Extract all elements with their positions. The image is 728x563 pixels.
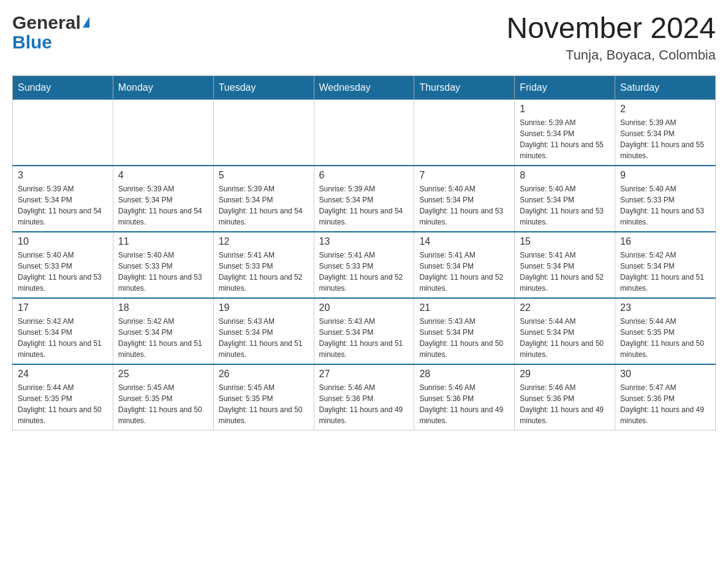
calendar-cell: 5Sunrise: 5:39 AM Sunset: 5:34 PM Daylig… xyxy=(213,166,314,232)
day-number: 1 xyxy=(520,104,610,115)
calendar-cell xyxy=(113,99,213,166)
day-number: 2 xyxy=(620,104,710,115)
day-sun-info: Sunrise: 5:45 AM Sunset: 5:35 PM Dayligh… xyxy=(219,382,309,426)
calendar-cell: 3Sunrise: 5:39 AM Sunset: 5:34 PM Daylig… xyxy=(13,166,113,232)
day-number: 25 xyxy=(118,369,208,380)
title-block: November 2024 Tunja, Boyaca, Colombia xyxy=(506,12,716,63)
day-sun-info: Sunrise: 5:40 AM Sunset: 5:34 PM Dayligh… xyxy=(419,183,509,228)
day-of-week-header: Wednesday xyxy=(314,75,414,99)
calendar-cell: 30Sunrise: 5:47 AM Sunset: 5:36 PM Dayli… xyxy=(615,364,716,431)
day-of-week-header: Saturday xyxy=(615,75,716,99)
calendar-cell: 16Sunrise: 5:42 AM Sunset: 5:34 PM Dayli… xyxy=(615,232,716,298)
day-sun-info: Sunrise: 5:45 AM Sunset: 5:35 PM Dayligh… xyxy=(118,382,208,426)
day-number: 27 xyxy=(319,369,409,380)
day-number: 12 xyxy=(219,236,309,247)
calendar-table: SundayMondayTuesdayWednesdayThursdayFrid… xyxy=(12,75,716,431)
page-header: General Blue November 2024 Tunja, Boyaca… xyxy=(12,12,716,63)
calendar-cell: 8Sunrise: 5:40 AM Sunset: 5:34 PM Daylig… xyxy=(515,166,615,232)
day-number: 29 xyxy=(520,369,610,380)
day-number: 23 xyxy=(620,302,710,313)
calendar-week-row: 24Sunrise: 5:44 AM Sunset: 5:35 PM Dayli… xyxy=(13,364,716,431)
calendar-cell: 22Sunrise: 5:44 AM Sunset: 5:34 PM Dayli… xyxy=(515,298,615,364)
calendar-cell: 9Sunrise: 5:40 AM Sunset: 5:33 PM Daylig… xyxy=(615,166,716,232)
day-sun-info: Sunrise: 5:39 AM Sunset: 5:34 PM Dayligh… xyxy=(620,117,710,161)
day-of-week-header: Sunday xyxy=(13,75,113,99)
calendar-cell: 23Sunrise: 5:44 AM Sunset: 5:35 PM Dayli… xyxy=(615,298,716,364)
calendar-cell: 12Sunrise: 5:41 AM Sunset: 5:33 PM Dayli… xyxy=(213,232,314,298)
day-sun-info: Sunrise: 5:43 AM Sunset: 5:34 PM Dayligh… xyxy=(419,316,509,360)
day-of-week-header: Monday xyxy=(113,75,213,99)
calendar-week-row: 10Sunrise: 5:40 AM Sunset: 5:33 PM Dayli… xyxy=(13,232,716,298)
calendar-cell: 14Sunrise: 5:41 AM Sunset: 5:34 PM Dayli… xyxy=(414,232,515,298)
day-number: 20 xyxy=(319,302,409,313)
day-number: 13 xyxy=(319,236,409,247)
calendar-cell: 21Sunrise: 5:43 AM Sunset: 5:34 PM Dayli… xyxy=(414,298,515,364)
day-number: 14 xyxy=(419,236,509,247)
day-number: 18 xyxy=(118,302,208,313)
calendar-cell: 13Sunrise: 5:41 AM Sunset: 5:33 PM Dayli… xyxy=(314,232,414,298)
calendar-cell: 19Sunrise: 5:43 AM Sunset: 5:34 PM Dayli… xyxy=(213,298,314,364)
calendar-cell: 18Sunrise: 5:42 AM Sunset: 5:34 PM Dayli… xyxy=(113,298,213,364)
calendar-cell: 1Sunrise: 5:39 AM Sunset: 5:34 PM Daylig… xyxy=(515,99,615,166)
calendar-cell xyxy=(414,99,515,166)
calendar-cell: 28Sunrise: 5:46 AM Sunset: 5:36 PM Dayli… xyxy=(414,364,515,431)
day-sun-info: Sunrise: 5:41 AM Sunset: 5:33 PM Dayligh… xyxy=(319,250,409,294)
day-of-week-header: Friday xyxy=(515,75,615,99)
calendar-week-row: 17Sunrise: 5:42 AM Sunset: 5:34 PM Dayli… xyxy=(13,298,716,364)
day-sun-info: Sunrise: 5:46 AM Sunset: 5:36 PM Dayligh… xyxy=(419,382,509,426)
day-sun-info: Sunrise: 5:42 AM Sunset: 5:34 PM Dayligh… xyxy=(118,316,208,360)
day-number: 16 xyxy=(620,236,710,247)
day-sun-info: Sunrise: 5:44 AM Sunset: 5:35 PM Dayligh… xyxy=(620,316,710,360)
day-sun-info: Sunrise: 5:39 AM Sunset: 5:34 PM Dayligh… xyxy=(18,183,108,228)
day-sun-info: Sunrise: 5:44 AM Sunset: 5:34 PM Dayligh… xyxy=(520,316,610,360)
day-number: 15 xyxy=(520,236,610,247)
calendar-cell xyxy=(13,99,113,166)
day-number: 19 xyxy=(219,302,309,313)
day-sun-info: Sunrise: 5:39 AM Sunset: 5:34 PM Dayligh… xyxy=(520,117,610,161)
calendar-cell: 10Sunrise: 5:40 AM Sunset: 5:33 PM Dayli… xyxy=(13,232,113,298)
day-sun-info: Sunrise: 5:44 AM Sunset: 5:35 PM Dayligh… xyxy=(18,382,108,426)
location-subtitle: Tunja, Boyaca, Colombia xyxy=(506,47,716,63)
day-sun-info: Sunrise: 5:46 AM Sunset: 5:36 PM Dayligh… xyxy=(319,382,409,426)
day-sun-info: Sunrise: 5:42 AM Sunset: 5:34 PM Dayligh… xyxy=(620,250,710,294)
day-sun-info: Sunrise: 5:46 AM Sunset: 5:36 PM Dayligh… xyxy=(520,382,610,426)
day-number: 24 xyxy=(18,369,108,380)
day-number: 9 xyxy=(620,170,710,181)
day-sun-info: Sunrise: 5:41 AM Sunset: 5:34 PM Dayligh… xyxy=(520,250,610,294)
day-sun-info: Sunrise: 5:39 AM Sunset: 5:34 PM Dayligh… xyxy=(219,183,309,228)
day-number: 5 xyxy=(219,170,309,181)
calendar-cell: 25Sunrise: 5:45 AM Sunset: 5:35 PM Dayli… xyxy=(113,364,213,431)
day-sun-info: Sunrise: 5:40 AM Sunset: 5:33 PM Dayligh… xyxy=(118,250,208,294)
day-sun-info: Sunrise: 5:41 AM Sunset: 5:34 PM Dayligh… xyxy=(419,250,509,294)
day-sun-info: Sunrise: 5:47 AM Sunset: 5:36 PM Dayligh… xyxy=(620,382,710,426)
calendar-cell: 20Sunrise: 5:43 AM Sunset: 5:34 PM Dayli… xyxy=(314,298,414,364)
day-number: 7 xyxy=(419,170,509,181)
day-number: 22 xyxy=(520,302,610,313)
calendar-header-row: SundayMondayTuesdayWednesdayThursdayFrid… xyxy=(13,75,716,99)
calendar-cell: 15Sunrise: 5:41 AM Sunset: 5:34 PM Dayli… xyxy=(515,232,615,298)
day-number: 26 xyxy=(219,369,309,380)
day-sun-info: Sunrise: 5:43 AM Sunset: 5:34 PM Dayligh… xyxy=(319,316,409,360)
calendar-cell xyxy=(213,99,314,166)
day-number: 3 xyxy=(18,170,108,181)
day-sun-info: Sunrise: 5:41 AM Sunset: 5:33 PM Dayligh… xyxy=(219,250,309,294)
calendar-cell: 6Sunrise: 5:39 AM Sunset: 5:34 PM Daylig… xyxy=(314,166,414,232)
day-of-week-header: Tuesday xyxy=(213,75,314,99)
day-number: 6 xyxy=(319,170,409,181)
calendar-cell: 24Sunrise: 5:44 AM Sunset: 5:35 PM Dayli… xyxy=(13,364,113,431)
day-sun-info: Sunrise: 5:39 AM Sunset: 5:34 PM Dayligh… xyxy=(319,183,409,228)
calendar-cell: 29Sunrise: 5:46 AM Sunset: 5:36 PM Dayli… xyxy=(515,364,615,431)
day-number: 30 xyxy=(620,369,710,380)
day-number: 8 xyxy=(520,170,610,181)
calendar-cell: 7Sunrise: 5:40 AM Sunset: 5:34 PM Daylig… xyxy=(414,166,515,232)
day-sun-info: Sunrise: 5:40 AM Sunset: 5:33 PM Dayligh… xyxy=(18,250,108,294)
day-sun-info: Sunrise: 5:43 AM Sunset: 5:34 PM Dayligh… xyxy=(219,316,309,360)
calendar-cell: 26Sunrise: 5:45 AM Sunset: 5:35 PM Dayli… xyxy=(213,364,314,431)
day-sun-info: Sunrise: 5:39 AM Sunset: 5:34 PM Dayligh… xyxy=(118,183,208,228)
day-number: 10 xyxy=(18,236,108,247)
calendar-cell: 17Sunrise: 5:42 AM Sunset: 5:34 PM Dayli… xyxy=(13,298,113,364)
calendar-cell xyxy=(314,99,414,166)
logo-triangle-icon xyxy=(83,17,89,28)
day-sun-info: Sunrise: 5:42 AM Sunset: 5:34 PM Dayligh… xyxy=(18,316,108,360)
day-number: 4 xyxy=(118,170,208,181)
